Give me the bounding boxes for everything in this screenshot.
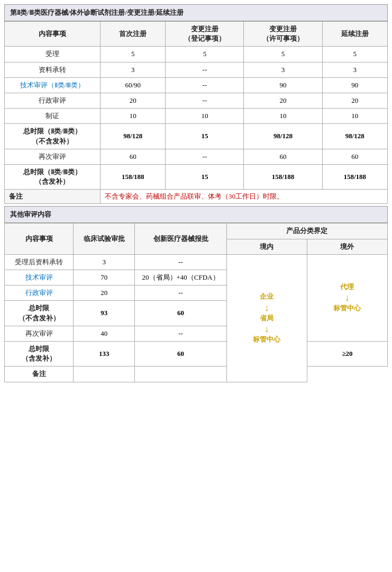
- section2-header: 其他审评内容: [4, 206, 388, 223]
- cell: 10: [322, 109, 387, 124]
- remark-c2: [135, 367, 227, 382]
- cell: --: [135, 285, 227, 301]
- cell: 70: [74, 270, 135, 285]
- cell: --: [135, 254, 227, 270]
- cell: 3: [100, 62, 165, 77]
- cell: 10: [166, 109, 244, 124]
- cell: 90: [322, 77, 387, 93]
- remark-content: 不含专家会、药械组合产品联审、体考（30工作日）时限。: [100, 190, 387, 204]
- cell: 40: [74, 326, 135, 341]
- table-row: 总时限（Ⅱ类/Ⅲ类）（不含发补） 98/128 15 98/128 98/128: [5, 124, 388, 149]
- cell: --: [135, 326, 227, 341]
- row-label: 技术审评（Ⅱ类/Ⅲ类）: [5, 77, 101, 93]
- flow-outer-cell: 代理 ↓ 标管中心: [307, 254, 387, 341]
- table-row: 总时限（Ⅱ类/Ⅲ类）（含发补） 158/188 15 158/188 158/1…: [5, 164, 388, 189]
- row-label: 再次审评: [5, 149, 101, 164]
- cell: 90: [244, 77, 322, 93]
- row-label: 总时限（Ⅱ类/Ⅲ类）（含发补）: [5, 164, 101, 189]
- cell: 10: [100, 109, 165, 124]
- cell: 15: [166, 164, 244, 189]
- cell: 20: [74, 285, 135, 301]
- cell: 98/128: [322, 124, 387, 149]
- cell: 5: [100, 47, 165, 62]
- cell: 158/188: [244, 164, 322, 189]
- row-label: 行政审评: [5, 93, 101, 108]
- row-label: 再次审评: [5, 326, 74, 341]
- col-header-domestic: 境内: [226, 239, 307, 254]
- table-row: 制证 10 10 10 10: [5, 109, 388, 124]
- flow-inner-cell: 企业 ↓ 省局 ↓ 标管中心: [226, 254, 307, 382]
- section1-table: 内容事项 首次注册 变更注册（登记事项） 变更注册（许可事项） 延续注册 受理 …: [4, 21, 388, 204]
- cell: 60/90: [100, 77, 165, 93]
- cell: --: [166, 149, 244, 164]
- table-row: 受理 5 5 5 5: [5, 47, 388, 62]
- table-row: 总时限（含发补） 133 60 ≥20: [5, 341, 388, 366]
- col-header-renew: 延续注册: [322, 22, 387, 47]
- cell: 3: [244, 62, 322, 77]
- col-header-first: 首次注册: [100, 22, 165, 47]
- col-header-item: 内容事项: [5, 22, 101, 47]
- remark-row2: 备注: [5, 367, 388, 382]
- cell: 158/188: [322, 164, 387, 189]
- remark-c1: [74, 367, 135, 382]
- cell: 60: [135, 341, 227, 366]
- cell: 60: [322, 149, 387, 164]
- col-header-item2: 内容事项: [5, 224, 74, 254]
- cell: 3: [74, 254, 135, 270]
- section1-header: 第Ⅱ类/Ⅲ类医疗器械/体外诊断试剂注册/变更注册/延续注册: [4, 4, 388, 21]
- col-header-change-reg: 变更注册（登记事项）: [166, 22, 244, 47]
- cell: 93: [74, 301, 135, 326]
- remark-label: 备注: [5, 190, 101, 204]
- cell-total-limit-sub: ≥20: [307, 341, 387, 366]
- remark-row: 备注 不含专家会、药械组合产品联审、体考（30工作日）时限。: [5, 190, 388, 204]
- col-header-foreign: 境外: [307, 239, 387, 254]
- row-label: 总时限（含发补）: [5, 341, 74, 366]
- table-row: 受理后资料承转 3 -- 企业 ↓ 省局 ↓ 标管中心 代理 ↓ 标管中心: [5, 254, 388, 270]
- cell: 10: [244, 109, 322, 124]
- cell: 20: [244, 93, 322, 108]
- table-row: 技术审评（Ⅱ类/Ⅲ类） 60/90 -- 90 90: [5, 77, 388, 93]
- cell: 158/188: [100, 164, 165, 189]
- row-label: 资料承转: [5, 62, 101, 77]
- cell: 20: [322, 93, 387, 108]
- cell: 98/128: [100, 124, 165, 149]
- table-row: 再次审评 60 -- 60 60: [5, 149, 388, 164]
- col-header-change-perm: 变更注册（许可事项）: [244, 22, 322, 47]
- cell: --: [166, 77, 244, 93]
- row-label: 制证: [5, 109, 101, 124]
- cell: 3: [322, 62, 387, 77]
- row-label: 总时限（Ⅱ类/Ⅲ类）（不含发补）: [5, 124, 101, 149]
- cell: 98/128: [244, 124, 322, 149]
- row-label: 技术审评: [5, 270, 74, 285]
- section2-table: 内容事项 临床试验审批 创新医疗器械报批 产品分类界定 境内 境外 受理后资料承…: [4, 223, 388, 382]
- cell: --: [166, 62, 244, 77]
- cell: 5: [166, 47, 244, 62]
- row-label: 总时限（不含发补）: [5, 301, 74, 326]
- cell: 5: [322, 47, 387, 62]
- row-label: 受理: [5, 47, 101, 62]
- cell: 133: [74, 341, 135, 366]
- col-header-clinical: 临床试验审批: [74, 224, 135, 254]
- cell: 20（省局）+40（CFDA）: [135, 270, 227, 285]
- table-row: 行政审评 20 -- 20 20: [5, 93, 388, 108]
- col-header-classification: 产品分类界定: [226, 224, 387, 239]
- table-row: 资料承转 3 -- 3 3: [5, 62, 388, 77]
- cell: 60: [244, 149, 322, 164]
- row-label: 受理后资料承转: [5, 254, 74, 270]
- cell: 60: [135, 301, 227, 326]
- cell: 15: [166, 124, 244, 149]
- cell: 20: [100, 93, 165, 108]
- col-header-innovation: 创新医疗器械报批: [135, 224, 227, 254]
- cell: --: [166, 93, 244, 108]
- cell: 60: [100, 149, 165, 164]
- remark-label2: 备注: [5, 367, 74, 382]
- row-label: 行政审评: [5, 285, 74, 301]
- cell: 5: [244, 47, 322, 62]
